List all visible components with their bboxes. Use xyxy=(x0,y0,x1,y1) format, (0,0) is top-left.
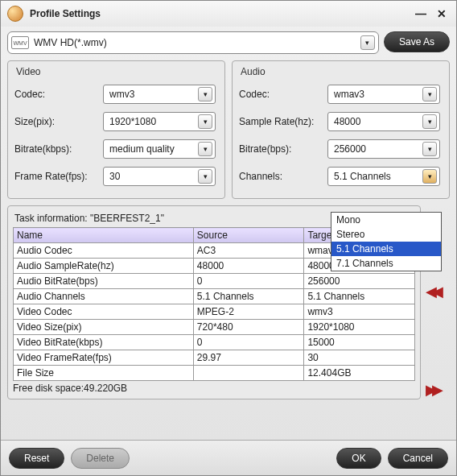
chevron-down-icon[interactable]: ▾ xyxy=(422,87,437,101)
table-cell: 12.404GB xyxy=(304,366,415,381)
dropdown-option[interactable]: 7.1 Channels xyxy=(331,256,441,271)
audio-bitrate-select[interactable]: 256000▾ xyxy=(327,139,440,159)
table-cell: Audio BitRate(bps) xyxy=(14,274,194,289)
table-row: Video BitRate(kbps)015000 xyxy=(14,335,415,350)
table-cell: Video FrameRate(fps) xyxy=(14,350,194,366)
video-codec-select[interactable]: wmv3▾ xyxy=(103,85,216,104)
wmv-icon: WMV xyxy=(11,36,29,49)
video-group-title: Video xyxy=(16,66,218,77)
ok-button[interactable]: OK xyxy=(336,448,381,469)
reset-button[interactable]: Reset xyxy=(9,448,64,469)
table-row: Video Size(pix)720*4801920*1080 xyxy=(14,320,415,335)
table-header[interactable]: Name xyxy=(14,228,194,243)
table-header[interactable]: Source xyxy=(193,228,304,243)
dropdown-option[interactable]: Stereo xyxy=(331,227,441,242)
table-cell: 5.1 Channels xyxy=(193,289,304,304)
table-cell: 256000 xyxy=(304,274,415,289)
table-cell: Video Codec xyxy=(14,304,194,320)
table-cell: Audio Codec xyxy=(14,243,194,259)
audio-samplerate-label: Sample Rate(hz): xyxy=(239,116,327,127)
window-title: Profile Settings xyxy=(30,8,101,19)
audio-group-title: Audio xyxy=(241,66,443,77)
table-cell: MPEG-2 xyxy=(193,304,304,320)
profile-settings-window: Profile Settings ― ✕ WMV WMV HD(*.wmv) ▾… xyxy=(0,0,457,476)
audio-codec-label: Codec: xyxy=(239,89,327,100)
audio-channels-select[interactable]: 5.1 Channels▾ xyxy=(327,167,440,186)
table-row: Audio BitRate(bps)0256000 xyxy=(14,274,415,289)
chevron-down-icon[interactable]: ▾ xyxy=(198,114,212,129)
app-icon xyxy=(7,6,23,22)
audio-group: Audio Codec: wmav3▾ Sample Rate(hz): 480… xyxy=(232,60,450,199)
video-codec-label: Codec: xyxy=(14,89,103,100)
chevron-down-icon[interactable]: ▾ xyxy=(422,114,437,129)
close-button[interactable]: ✕ xyxy=(434,6,450,22)
audio-codec-select[interactable]: wmav3▾ xyxy=(327,85,440,104)
audio-samplerate-select[interactable]: 48000▾ xyxy=(327,112,440,131)
video-group: Video Codec: wmv3▾ Size(pix): 1920*1080▾… xyxy=(7,60,225,199)
video-framerate-label: Frame Rate(fps): xyxy=(14,171,103,182)
table-cell: Video Size(pix) xyxy=(14,320,194,335)
free-disk-space: Free disk space:49.220GB xyxy=(13,383,415,394)
audio-channels-label: Channels: xyxy=(239,171,327,182)
table-cell: 15000 xyxy=(304,335,415,350)
table-cell: Audio Channels xyxy=(14,289,194,304)
chevron-down-icon[interactable]: ▾ xyxy=(198,169,212,184)
table-cell: wmv3 xyxy=(304,304,415,320)
table-cell: 5.1 Channels xyxy=(304,289,415,304)
table-cell xyxy=(193,366,304,381)
video-size-select[interactable]: 1920*1080▾ xyxy=(103,112,216,131)
video-bitrate-label: Bitrate(kbps): xyxy=(14,143,103,155)
nav-arrows: ◀◀ ▶▶ xyxy=(426,283,448,399)
save-as-button[interactable]: Save As xyxy=(384,31,450,52)
audio-channels-dropdown[interactable]: MonoStereo5.1 Channels7.1 Channels xyxy=(331,212,442,271)
chevron-down-icon[interactable]: ▾ xyxy=(198,142,212,156)
dropdown-option[interactable]: 5.1 Channels xyxy=(331,242,441,256)
video-framerate-select[interactable]: 30▾ xyxy=(103,167,216,186)
profile-select[interactable]: WMV WMV HD(*.wmv) ▾ xyxy=(7,31,379,54)
video-bitrate-select[interactable]: medium quality▾ xyxy=(103,139,216,159)
table-row: File Size12.404GB xyxy=(14,366,415,381)
video-size-label: Size(pix): xyxy=(14,116,103,127)
footer: Reset Delete OK Cancel xyxy=(1,440,456,475)
table-cell: 0 xyxy=(193,335,304,350)
cancel-button[interactable]: Cancel xyxy=(388,448,448,469)
next-button[interactable]: ▶▶ xyxy=(426,381,448,399)
table-cell: 48000 xyxy=(193,259,304,274)
table-row: Video CodecMPEG-2wmv3 xyxy=(14,304,415,320)
chevron-down-icon[interactable]: ▾ xyxy=(422,142,437,156)
delete-button[interactable]: Delete xyxy=(71,448,130,469)
chevron-down-icon[interactable]: ▾ xyxy=(422,169,437,184)
table-cell: AC3 xyxy=(193,243,304,259)
table-cell: 29.97 xyxy=(193,350,304,366)
table-row: Audio Channels5.1 Channels5.1 Channels xyxy=(14,289,415,304)
table-cell: File Size xyxy=(14,366,194,381)
chevron-down-icon[interactable]: ▾ xyxy=(198,87,212,101)
table-cell: 0 xyxy=(193,274,304,289)
prev-button[interactable]: ◀◀ xyxy=(426,283,448,300)
minimize-button[interactable]: ― xyxy=(413,6,429,22)
table-cell: Video BitRate(kbps) xyxy=(14,335,194,350)
table-cell: Audio SampleRate(hz) xyxy=(14,259,194,274)
audio-bitrate-label: Bitrate(bps): xyxy=(239,143,327,155)
profile-label: WMV HD(*.wmv) xyxy=(34,37,360,48)
chevron-down-icon[interactable]: ▾ xyxy=(360,35,375,50)
table-row: Video FrameRate(fps)29.9730 xyxy=(14,350,415,366)
table-cell: 720*480 xyxy=(193,320,304,335)
titlebar: Profile Settings ― ✕ xyxy=(1,1,456,27)
dropdown-option[interactable]: Mono xyxy=(331,213,441,227)
table-cell: 30 xyxy=(304,350,415,366)
table-cell: 1920*1080 xyxy=(304,320,415,335)
